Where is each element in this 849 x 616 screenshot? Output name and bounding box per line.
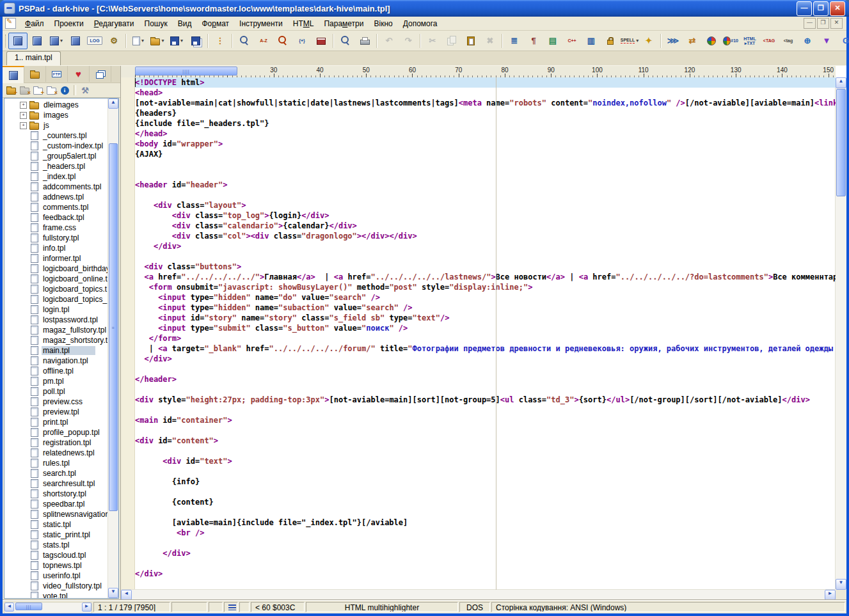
dropdown-arrow-icon[interactable]: ▾ bbox=[161, 38, 164, 43]
code-line-10[interactable] bbox=[135, 170, 836, 180]
menu-tools[interactable]: Інструменти bbox=[234, 18, 288, 29]
tree-folder-js[interactable]: +js bbox=[4, 120, 108, 130]
open-file-button[interactable]: ▾ bbox=[148, 33, 167, 49]
browser-preview-button[interactable]: ⊕ bbox=[798, 33, 817, 49]
code-line-24[interactable]: <input id="story" name="story" class="s_… bbox=[135, 313, 836, 323]
code-line-27[interactable]: | <a target="_blank" href="../../../../.… bbox=[135, 344, 836, 354]
tree-file-preview.tpl[interactable]: preview.tpl bbox=[4, 407, 108, 417]
code-line-18[interactable] bbox=[135, 251, 836, 262]
project-save-button[interactable] bbox=[66, 33, 85, 49]
tree-file-magaz_shortstory.t[interactable]: magaz_shortstory.t bbox=[4, 335, 108, 345]
tree-file-searchresult.tpl[interactable]: searchresult.tpl bbox=[4, 478, 108, 489]
tree-file-_counters.tpl[interactable]: _counters.tpl bbox=[4, 130, 108, 141]
cut-button[interactable]: ✂ bbox=[423, 33, 442, 49]
google-search-button[interactable]: G bbox=[836, 33, 849, 49]
project-edit-button[interactable]: ▾ bbox=[47, 33, 66, 49]
tree-file-addnews.tpl[interactable]: addnews.tpl bbox=[4, 192, 108, 202]
project-node-add-button[interactable]: + bbox=[32, 84, 44, 96]
tree-file-splitnewsnavigatior[interactable]: splitnewsnavigatior bbox=[4, 509, 108, 519]
tree-file-offline.tpl[interactable]: offline.tpl bbox=[4, 366, 108, 376]
menu-view[interactable]: Вид bbox=[173, 18, 197, 29]
code-line-33[interactable] bbox=[135, 405, 836, 415]
code-line-17[interactable]: </div> bbox=[135, 241, 836, 251]
tree-file-poll.tpl[interactable]: poll.tpl bbox=[4, 386, 108, 397]
code-line-23[interactable]: <input type="hidden" name="subaction" va… bbox=[135, 303, 836, 313]
dropdown-arrow-icon[interactable]: ▾ bbox=[141, 38, 144, 43]
tree-folder-images[interactable]: +images bbox=[4, 110, 108, 120]
undo-button[interactable]: ↶ bbox=[379, 33, 399, 49]
project-log-button[interactable]: LOG bbox=[85, 33, 104, 49]
code-line-46[interactable] bbox=[135, 538, 836, 548]
save-all-button[interactable] bbox=[186, 33, 205, 49]
tree-file-search.tpl[interactable]: search.tpl bbox=[4, 468, 108, 478]
mdi-restore-button[interactable]: ❐ bbox=[817, 18, 829, 29]
code-line-40[interactable]: {info} bbox=[135, 477, 836, 487]
code-line-51[interactable]: <aside id="left"> bbox=[135, 589, 836, 590]
editor-hscroll-left[interactable]: ◄ bbox=[121, 590, 132, 600]
show-formatting-button[interactable]: ¶ bbox=[524, 33, 543, 49]
tab-ftp[interactable]: FTP bbox=[46, 66, 68, 82]
code-line-43[interactable] bbox=[135, 507, 836, 517]
tags-uppercase-button[interactable]: <TAG bbox=[759, 33, 779, 49]
tree-file-frame.css[interactable]: frame.css bbox=[4, 223, 108, 233]
code-line-42[interactable]: {content} bbox=[135, 497, 836, 507]
dropdown-arrow-icon[interactable]: ▾ bbox=[636, 38, 639, 43]
code-line-20[interactable]: <a href="../../../../../">Главная</a> | … bbox=[135, 272, 836, 282]
tree-file-logicboard_online.t[interactable]: logicboard_online.t bbox=[4, 274, 108, 284]
code-line-49[interactable]: </div> bbox=[135, 569, 836, 579]
code-line-14[interactable]: <div class="top_log">{login}</div> bbox=[135, 210, 836, 221]
project-folder-remove-button[interactable]: × bbox=[19, 84, 30, 96]
cpp-highlighter-button[interactable]: C++ bbox=[562, 33, 582, 49]
code-line-2[interactable]: <head> bbox=[135, 88, 836, 98]
tree-file-comments.tpl[interactable]: comments.tpl bbox=[4, 202, 108, 212]
editor-hscroll-thumb[interactable]: |||| bbox=[135, 67, 237, 75]
tree-file-preview.css[interactable]: preview.css bbox=[4, 397, 108, 407]
print-button[interactable] bbox=[355, 33, 374, 49]
paste-button[interactable] bbox=[461, 33, 480, 49]
tree-file-feedback.tpl[interactable]: feedback.tpl bbox=[4, 212, 108, 223]
code-line-12[interactable] bbox=[135, 190, 836, 200]
tree-file-_headers.tpl[interactable]: _headers.tpl bbox=[4, 161, 108, 171]
code-line-15[interactable]: <div class="calendario">{calendar}</div> bbox=[135, 221, 836, 231]
tree-file-shortstory.tpl[interactable]: shortstory.tpl bbox=[4, 489, 108, 499]
expand-icon[interactable]: + bbox=[20, 122, 27, 129]
tree-file-_index.tpl[interactable]: _index.tpl bbox=[4, 171, 108, 182]
code-line-1[interactable]: <!DOCTYPE html> bbox=[135, 77, 836, 88]
code-line-9[interactable] bbox=[135, 159, 836, 170]
tree-file-tagscloud.tpl[interactable]: tagscloud.tpl bbox=[4, 550, 108, 560]
code-line-25[interactable]: <input type="submit" class="s_button" va… bbox=[135, 323, 836, 333]
project-node-remove-button[interactable]: × bbox=[45, 84, 57, 96]
pin-file-button[interactable]: ✦ bbox=[639, 33, 658, 49]
char-table-button[interactable]: #10 bbox=[721, 33, 740, 49]
close-button[interactable]: ✕ bbox=[830, 1, 845, 16]
code-line-37[interactable] bbox=[135, 446, 836, 456]
project-tools-button[interactable]: ⚒ bbox=[79, 84, 91, 96]
tree-file-print.tpl[interactable]: print.tpl bbox=[4, 417, 108, 427]
code-line-6[interactable]: </head> bbox=[135, 129, 836, 139]
code-line-41[interactable] bbox=[135, 487, 836, 497]
sidebar-hscroll-thumb[interactable]: ||| bbox=[15, 603, 42, 610]
line-numbers-button[interactable]: ▥ bbox=[582, 33, 601, 49]
menu-format[interactable]: Формат bbox=[196, 18, 234, 29]
menu-html[interactable]: HTML bbox=[288, 18, 319, 29]
code-line-13[interactable]: <div class="layout"> bbox=[135, 200, 836, 210]
goto-line-button[interactable]: {+} bbox=[292, 33, 312, 49]
sidebar-hscroll-right[interactable]: ► bbox=[82, 603, 91, 612]
tree-file-_custom-index.tpl[interactable]: _custom-index.tpl bbox=[4, 141, 108, 151]
tree-file-pm.tpl[interactable]: pm.tpl bbox=[4, 376, 108, 386]
toolbar-grip[interactable] bbox=[5, 35, 6, 47]
menu-help[interactable]: Допомога bbox=[398, 18, 443, 29]
reformat-document-button[interactable]: ⇄ bbox=[683, 33, 702, 49]
editor-vscroll-up[interactable]: ▲ bbox=[836, 77, 846, 88]
copy-button[interactable] bbox=[442, 33, 461, 49]
tree-file-static_print.tpl[interactable]: static_print.tpl bbox=[4, 530, 108, 540]
menu-file[interactable]: Файл bbox=[20, 18, 49, 29]
code-line-7[interactable]: <body id="wrapper"> bbox=[135, 139, 836, 149]
tree-file-fullstory.tpl[interactable]: fullstory.tpl bbox=[4, 233, 108, 243]
tree-file-logicboard_topics_[interactable]: logicboard_topics_ bbox=[4, 294, 108, 304]
code-line-48[interactable] bbox=[135, 558, 836, 569]
tab-favorites[interactable]: ♥ bbox=[68, 66, 90, 82]
code-line-45[interactable]: <br /> bbox=[135, 528, 836, 538]
tree-file-static.tpl[interactable]: static.tpl bbox=[4, 519, 108, 530]
tree-file-addcomments.tpl[interactable]: addcomments.tpl bbox=[4, 182, 108, 192]
